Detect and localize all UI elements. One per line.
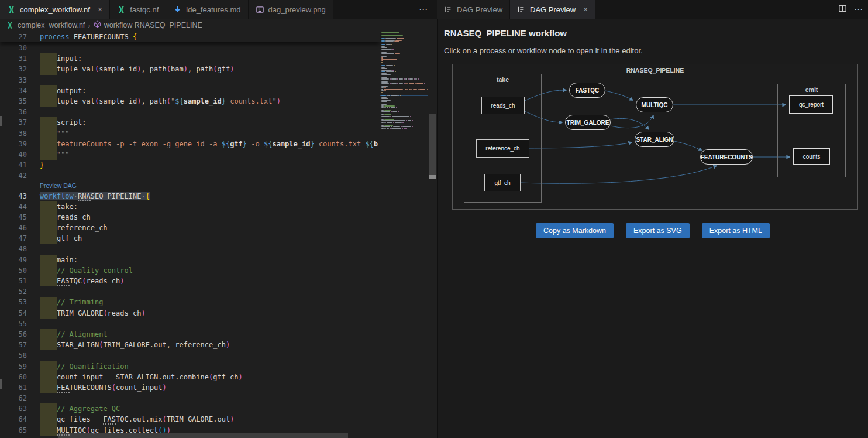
code-line[interactable]: 49 main: [0,255,380,265]
dag-node-qc_report[interactable]: qc_report [789,95,833,114]
line-number: 38 [0,129,27,138]
code-token: RNA [78,192,91,201]
code-line[interactable]: 53 // Trimming [0,297,380,307]
code-line[interactable]: 27process FEATURECOUNTS { [0,32,437,42]
code-token: tuple val [40,65,95,73]
dag-node-TRIM_GALORE[interactable]: TRIM_GALORE [565,115,611,130]
copy-as-markdown-button[interactable]: Copy as Markdown [536,223,614,238]
scrollbar-slider[interactable] [429,114,436,179]
tab-complex-workflow[interactable]: complex_workflow.nf × [0,0,110,19]
code-token [40,384,57,392]
dag-export-buttons: Copy as Markdown Export as SVG Export as… [438,223,868,238]
code-token [40,330,57,338]
minimap-line [380,89,428,90]
breadcrumb[interactable]: complex_workflow.nf › workflow RNASEQ_PI… [0,19,437,32]
code-line[interactable]: 45 reads_ch [0,212,380,223]
tab-overflow-icon[interactable]: ⋯ [419,0,429,19]
split-editor-icon[interactable] [838,4,847,15]
markdown-arrow-icon [173,5,182,14]
code-token [129,33,133,41]
dag-node-gtf_ch[interactable]: gtf_ch [484,174,521,191]
export-as-svg-button[interactable]: Export as SVG [626,223,690,238]
code-token: , path [141,97,166,105]
tab-ide-features[interactable]: ide_features.md [166,0,248,19]
editor-actions: ⋯ [838,0,863,19]
code-line[interactable]: 40 """ [0,149,380,160]
code-line[interactable]: 38 """ [0,128,380,139]
code-line[interactable]: 54 TRIM_GALORE(reads_ch) [0,308,380,319]
code-line[interactable]: 30 [0,43,380,53]
code-token: , path [141,65,166,73]
minimap[interactable] [380,32,428,438]
tab-fastqc[interactable]: fastqc.nf [110,0,166,19]
line-number: 34 [0,87,27,95]
more-actions-icon[interactable]: ⋯ [854,4,863,15]
dag-node-FEATURECOUNTS[interactable]: FEATURECOUNTS [700,149,753,165]
scrollbar-slider[interactable] [58,433,348,438]
dag-node-FASTQC[interactable]: FASTQC [569,83,605,98]
code-line[interactable]: 52 [0,286,380,297]
code-line[interactable]: 41} [0,160,380,170]
breadcrumb-file[interactable]: complex_workflow.nf [18,21,85,29]
code-editor[interactable]: 27process FEATURECOUNTS { 3031 input:32 … [0,32,437,438]
code-line[interactable]: 43workflow·RNASEQ_PIPELINE·{ [0,190,380,201]
breadcrumb-symbol[interactable]: workflow RNASEQ_PIPELINE [104,21,202,29]
code-line[interactable]: 60 count_input = STAR_ALIGN.out.combine(… [0,372,380,382]
code-line[interactable]: 51 FASTQC(reads_ch) [0,276,380,286]
code-token: reads_ch [87,277,120,285]
code-line[interactable]: 47 gtf_ch [0,233,380,244]
code-token: TQC.out.mix [116,415,162,423]
code-line[interactable]: 63 // Aggregate QC [0,403,380,414]
line-number: 36 [0,108,27,116]
close-icon[interactable]: × [583,5,588,13]
code-line[interactable]: 48 [0,244,380,254]
image-file-icon [256,5,264,14]
dag-node-MULTIQC[interactable]: MULTIQC [636,97,673,112]
tab-label: complex_workflow.nf [20,5,90,14]
code-line[interactable]: 46 reference_ch [0,223,380,233]
code-line[interactable]: 58 [0,350,380,361]
code-line[interactable]: 64 qc_files = FASTQC.out.mix(TRIM_GALORE… [0,414,380,425]
close-icon[interactable]: × [98,5,102,13]
code-line[interactable]: 33 [0,75,380,85]
code-line[interactable]: 62 [0,393,380,403]
code-line[interactable]: 31 input: [0,53,380,64]
line-number: 44 [0,203,27,211]
line-number: 48 [0,245,27,253]
dag-node-STAR_ALIGN[interactable]: STAR_ALIGN [635,132,674,147]
export-as-html-button[interactable]: Export as HTML [702,223,770,238]
code-line[interactable]: 36 [0,107,380,117]
code-line[interactable]: 37 script: [0,117,380,128]
code-line[interactable]: 34 output: [0,85,380,96]
code-line[interactable]: 35 tuple val(sample_id), path("${sample_… [0,96,380,107]
code-line[interactable]: 61 FEATURECOUNTS(count_input) [0,382,380,393]
codelens-row[interactable]: Preview DAG [0,181,380,190]
tab-dag-preview-active[interactable]: DAG Preview × [510,0,595,19]
code-line[interactable]: 56 // Alignment [0,329,380,340]
code-token: b [374,140,378,148]
code-token: ( [103,309,107,317]
code-line[interactable]: 44 take: [0,201,380,212]
code-line[interactable]: 59 // Quantification [0,361,380,371]
line-number: 43 [0,192,27,200]
code-line[interactable]: 57 STAR_ALIGN(TRIM_GALORE.out, reference… [0,340,380,350]
tab-dag-preview-png[interactable]: dag_preview.png [249,0,333,19]
horizontal-scrollbar[interactable] [0,433,437,438]
vertical-scrollbar[interactable] [429,32,437,438]
code-token [40,140,57,148]
tab-dag-preview-inactive[interactable]: DAG Preview [437,0,510,19]
dag-node-reads_ch[interactable]: reads_ch [481,97,525,114]
code-line[interactable]: 39 featureCounts -p -t exon -g gene_id -… [0,139,380,149]
code-line[interactable]: 42 [0,170,380,181]
code-line[interactable]: 32 tuple val(sample_id), path(bam), path… [0,64,380,74]
dag-node-reference_ch[interactable]: reference_ch [476,139,529,158]
dag-edge-reference_ch-to-STAR_ALIGN [529,142,632,148]
code-line[interactable]: 50 // Quality control [0,265,380,276]
dag-node-counts[interactable]: counts [793,148,830,165]
codelens-link[interactable]: Preview DAG [0,182,77,189]
code-token: FEATURECOUNTS [74,33,129,41]
code-line[interactable]: 55 [0,319,380,329]
sticky-scroll-line[interactable]: 27process FEATURECOUNTS { [0,32,380,42]
code-token: sample_id [272,140,310,148]
tab-label: dag_preview.png [268,5,326,14]
